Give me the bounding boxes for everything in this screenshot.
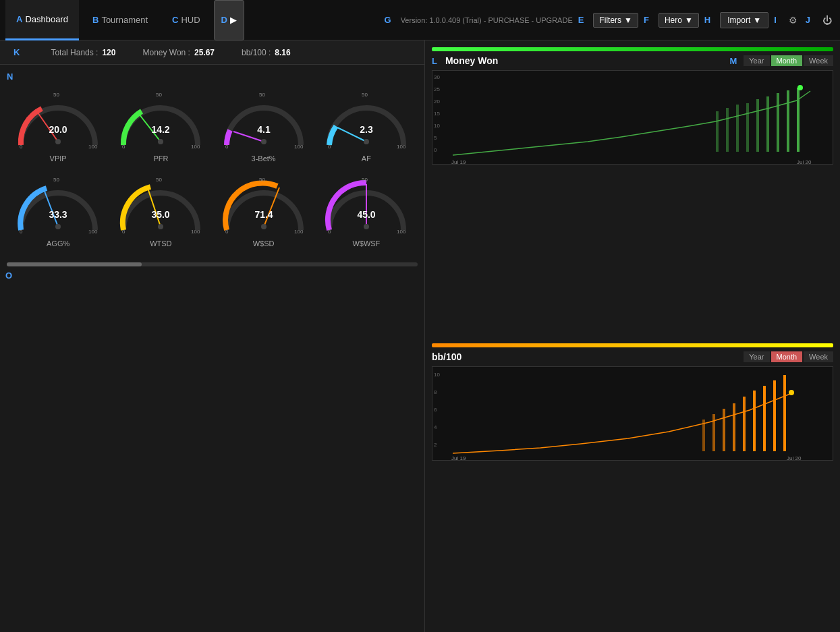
svg-rect-56 [726,108,729,152]
svg-point-22 [364,139,369,144]
svg-text:20: 20 [434,98,440,105]
svg-point-34 [158,224,163,229]
svg-text:0: 0 [20,144,23,150]
svg-text:14.2: 14.2 [152,124,170,135]
svg-text:50: 50 [259,92,265,98]
year-tab-money[interactable]: Year [744,55,769,66]
month-tab-money[interactable]: Month [771,55,803,66]
stats-bar: K Total Hands : 120 Money Won : 25.67 bb… [0,40,424,65]
svg-text:50: 50 [156,177,162,183]
tab-hud[interactable]: C HUD [161,0,211,40]
horizontal-scrollbar[interactable] [7,262,418,266]
svg-point-16 [261,139,267,144]
money-won-stat: Money Won : 25.67 [142,48,215,57]
right-panel: L Money Won M Year Month Week 30 25 [425,40,840,632]
gauge-3bet: 0 100 50 4.1 3-Bet% [217,84,311,163]
gauge-row-1: 0 100 50 20.0 VPIP [7,84,418,163]
bb100-stat: bb/100 : 8.16 [242,48,291,57]
svg-rect-79 [773,380,776,451]
bb100-title: bb/100 [432,351,461,362]
gauge-af: 0 100 50 2.3 AF [319,84,414,163]
svg-text:100: 100 [397,229,406,235]
gauge-vpip: 0 100 50 20.0 VPIP [11,84,105,163]
svg-text:45.0: 45.0 [357,209,375,220]
svg-text:Jul 20: Jul 20 [797,159,812,165]
svg-text:0: 0 [225,229,229,235]
import-button[interactable]: Import ▼ [720,12,768,28]
gauge-row-2: 0 100 50 33.3 AGG% [7,169,418,248]
svg-text:4: 4 [434,424,437,430]
left-panel: K Total Hands : 120 Money Won : 25.67 bb… [0,40,425,632]
main-layout: K Total Hands : 120 Money Won : 25.67 bb… [0,40,840,632]
total-hands-stat: Total Hands : 120 [51,48,115,57]
svg-text:25: 25 [434,86,440,92]
svg-text:Jul 19: Jul 19 [451,159,466,165]
tab-dashboard[interactable]: A Dashboard [5,0,79,40]
version-text: Version: 1.0.0.409 (Trial) - PURCHASE - … [401,16,573,24]
month-tab-bb100[interactable]: Month [771,351,803,362]
svg-rect-59 [756,99,759,152]
svg-rect-55 [716,111,719,152]
svg-rect-62 [787,90,789,152]
year-tab-bb100[interactable]: Year [744,351,769,362]
svg-text:33.3: 33.3 [49,209,67,220]
money-won-title: Money Won [445,55,498,66]
svg-text:0: 0 [434,147,437,153]
svg-text:0: 0 [225,144,229,150]
svg-point-46 [364,224,369,229]
svg-point-4 [55,139,61,144]
svg-rect-78 [763,386,766,451]
svg-rect-58 [746,103,749,152]
svg-text:50: 50 [156,92,162,98]
svg-text:15: 15 [434,111,440,117]
week-tab-money[interactable]: Week [804,55,833,66]
top-bar: A Dashboard B Tournament C HUD D ▶ G Ver… [0,0,840,40]
gauges-section: N 0 100 50 [0,65,424,261]
svg-rect-60 [766,96,769,152]
svg-text:100: 100 [88,229,98,235]
svg-text:2.3: 2.3 [360,124,373,135]
svg-point-81 [789,390,794,395]
tab-play[interactable]: D ▶ [214,0,244,40]
tab-tournament[interactable]: B Tournament [82,0,159,40]
svg-rect-77 [753,391,756,451]
bb100-chart: 10 8 6 4 2 [432,366,833,461]
svg-text:35.0: 35.0 [152,209,170,220]
settings-icon[interactable]: ⚙ [786,12,800,28]
filters-dropdown[interactable]: Filters ▼ [593,13,638,28]
svg-text:100: 100 [397,144,406,150]
week-tab-bb100[interactable]: Week [804,351,833,362]
svg-rect-74 [723,409,725,451]
svg-text:10: 10 [434,372,440,378]
svg-rect-80 [783,375,786,451]
svg-text:50: 50 [362,177,368,183]
svg-point-28 [55,224,61,229]
svg-point-10 [158,139,163,144]
gauge-wwsf: 0 100 50 45.0 W$WSF [319,169,414,248]
svg-text:71.4: 71.4 [254,209,273,220]
svg-text:30: 30 [434,74,440,80]
svg-text:0: 0 [328,144,331,150]
svg-text:100: 100 [294,144,304,150]
svg-text:0: 0 [328,229,331,235]
svg-text:50: 50 [53,177,59,183]
svg-text:4.1: 4.1 [257,124,271,135]
power-icon[interactable]: ⏻ [820,12,835,28]
svg-text:2: 2 [434,442,437,448]
gauge-wtsd: 0 100 50 35.0 WTSD [113,169,208,248]
top-bar-right: G Version: 1.0.0.409 (Trial) - PURCHASE … [385,12,835,28]
svg-rect-73 [712,414,715,451]
svg-text:6: 6 [434,407,437,413]
money-won-time-tabs: Year Month Week [744,55,833,66]
svg-text:0: 0 [20,229,23,235]
svg-text:100: 100 [294,229,304,235]
svg-text:8: 8 [434,389,437,395]
hero-dropdown[interactable]: Hero ▼ [659,13,699,28]
top-bar-left: A Dashboard B Tournament C HUD D ▶ [5,0,244,40]
svg-text:0: 0 [122,144,125,150]
money-won-chart-section: L Money Won M Year Month Week 30 25 [425,40,840,337]
money-won-chart: 30 25 20 15 10 5 0 [432,70,833,165]
svg-text:10: 10 [434,123,440,129]
bb100-chart-section: bb/100 Year Month Week 10 8 6 4 2 [425,337,840,633]
svg-rect-61 [777,93,779,152]
